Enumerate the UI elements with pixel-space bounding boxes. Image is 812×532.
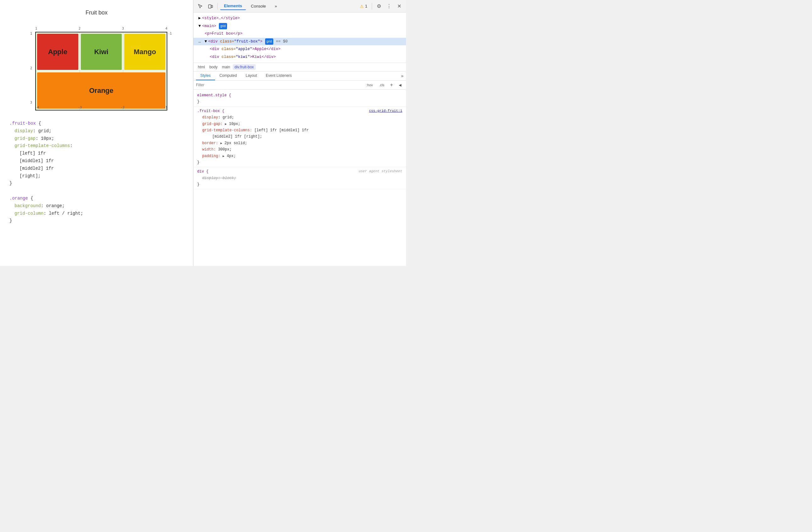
dom-line-apple[interactable]: <div class="apple">Apple</div> [193,45,406,53]
rule-selector-element: element.style { [197,92,402,99]
css-rule-fruit-box: .fruit-box { css-grid-fruit:1 display: g… [193,107,406,167]
fruit-box-grid-badge: grid [265,38,274,45]
grid-top-numbers: 1 2 3 4 [35,27,167,30]
dom-tag-fruit-box: <div class="fruit-box"> [208,38,263,45]
dom-line-style[interactable]: ▶ <style>…</style> [193,14,406,22]
tab-computed[interactable]: Computed [215,71,241,80]
styles-tabs: Styles Computed Layout Event Listeners » [193,71,406,81]
prop-val-grid-template-2: [middle2] 1fr [right]; [212,135,262,139]
tab-elements[interactable]: Elements [220,2,246,10]
dom-tree: ▶ <style>…</style> ▼ <main> grid <p>Frui… [193,13,406,63]
breadcrumb-main[interactable]: main [220,64,232,70]
code-close-orange: } [10,217,184,225]
warning-count: 1 [365,4,367,9]
fruit-cell-orange: Orange [37,72,165,109]
grid-num-top-4: 4 [165,27,167,30]
cls-button[interactable]: .cls [377,82,387,88]
styles-filter-bar: :hov .cls + ◀ [193,81,406,90]
css-rules-panel: element.style { } .fruit-box { css-grid-… [193,90,406,266]
code-block: .fruit-box { display: grid; grid-gap: 10… [6,120,187,225]
rule-prop-display: display: grid; [197,114,402,121]
rule-selector-div: div { [197,168,208,175]
padding-expand[interactable]: ▶ [223,155,224,158]
grid-num-top-1: 1 [35,27,37,30]
border-expand[interactable]: ▶ [220,142,222,145]
grid-right-number: -1 [168,32,172,35]
toolbar-divider-1 [217,3,218,10]
dollar-zero: == $0 [276,38,288,45]
code-prop-grid-template: grid-template-columns: [10,142,184,150]
dom-line-p[interactable]: <p>Fruit box</p> [193,30,406,38]
grid-num-left-2: 2 [30,67,32,70]
rule-close-div: } [197,181,402,187]
dom-tag-style: <style>…</style> [202,15,240,22]
filter-input[interactable] [196,83,362,87]
devtools-toolbar: Elements Console » ⚠ 1 ⚙ ⋮ ✕ [193,0,406,13]
rule-source-fruit-box[interactable]: css-grid-fruit:1 [369,108,402,114]
grid-num-bottom-4: -1 [163,106,167,109]
fruit-cell-kiwi: Kiwi [81,34,122,70]
rule-brace: } [197,99,199,104]
warning-badge: ⚠ 1 [358,3,369,10]
close-icon[interactable]: ✕ [395,2,404,11]
prop-val-display: grid; [223,115,234,120]
grid-gap-expand[interactable]: ▶ [225,123,227,126]
code-selector-orange: .orange { [10,195,184,202]
breadcrumb-body[interactable]: body [207,64,219,70]
panel-title: Fruit box [86,10,107,16]
css-rule-div: div { user agent stylesheet display: blo… [193,167,406,189]
prop-name-grid-gap: grid-gap: [202,122,223,126]
grid-num-bottom-1: -4 [35,106,39,109]
tab-console[interactable]: Console [247,2,270,10]
toggle-sidebar-icon[interactable]: ◀ [396,82,404,88]
settings-icon[interactable]: ⚙ [375,2,383,11]
add-style-button[interactable]: + [388,82,395,88]
device-icon[interactable] [206,2,215,11]
code-val-middle1: [middle1] 1fr [10,157,184,165]
code-prop-grid-column: grid-column: left / right; [10,210,184,218]
rule-prop-padding: padding: ▶ 4px; [197,153,402,159]
prop-strikethrough-display: display: block; [202,176,236,180]
prop-name-border: border: [202,141,218,145]
grid-num-top-2: 2 [78,27,81,30]
tab-styles[interactable]: Styles [196,71,215,80]
breadcrumb-fruit-box[interactable]: div.fruit-box [233,64,256,70]
code-val-right: [right]; [10,172,184,180]
rule-close-element: } [197,99,402,105]
dom-expand-style: ▶ [196,15,201,22]
grid-num-bottom-3: -2 [121,106,125,109]
rule-prop-border: border: ▶ 2px solid; [197,140,402,146]
tab-event-listeners[interactable]: Event Listeners [261,71,296,80]
code-val-left: [left] 1fr [10,150,184,157]
grid-left-numbers: 1 2 3 [30,32,32,104]
rule-selector-text: element.style { [197,93,231,98]
fruit-cell-apple: Apple [37,34,78,70]
breadcrumb-html[interactable]: html [196,64,207,70]
prop-val-padding: 4px; [227,154,236,158]
code-close-fruit-box: } [10,180,184,187]
hov-button[interactable]: :hov [364,82,375,88]
rule-source-div: user agent stylesheet [359,168,402,175]
prop-name-width: width: [202,147,216,152]
styles-more-icon[interactable]: » [401,73,404,79]
tab-layout[interactable]: Layout [241,71,261,80]
prop-name-padding: padding: [202,154,220,158]
code-prop-display: display: grid; [10,127,184,135]
inspect-icon[interactable] [196,2,205,11]
prop-name-display: display [202,115,218,120]
dom-tag-main: <main> [202,23,216,30]
prop-name-grid-template: grid-template-columns: [202,128,252,132]
dom-line-fruit-box[interactable]: … ▼ <div class="fruit-box"> grid == $0 [193,38,406,46]
prop-val-grid-template-1: [left] 1fr [middle1] 1fr [255,128,309,132]
warning-icon: ⚠ [360,4,364,9]
dom-tag-p: <p>Fruit box</p> [205,30,243,38]
tab-more[interactable]: » [271,2,281,10]
rule-prop-grid-template-2: [middle2] 1fr [right]; [197,134,402,140]
more-options-icon[interactable]: ⋮ [385,2,393,11]
rule-prop-grid-template: grid-template-columns: [left] 1fr [middl… [197,127,402,134]
devtools-panel: Elements Console » ⚠ 1 ⚙ ⋮ ✕ ▶ <style>…<… [193,0,406,266]
dom-line-main[interactable]: ▼ <main> grid [193,22,406,30]
fruit-cell-mango: Mango [124,34,165,70]
dom-line-kiwi[interactable]: <div class="kiwi">Kiwi</div> [193,53,406,61]
left-panel: Fruit box 1 2 3 4 1 2 3 Apple Kiwi Mango… [0,0,193,266]
